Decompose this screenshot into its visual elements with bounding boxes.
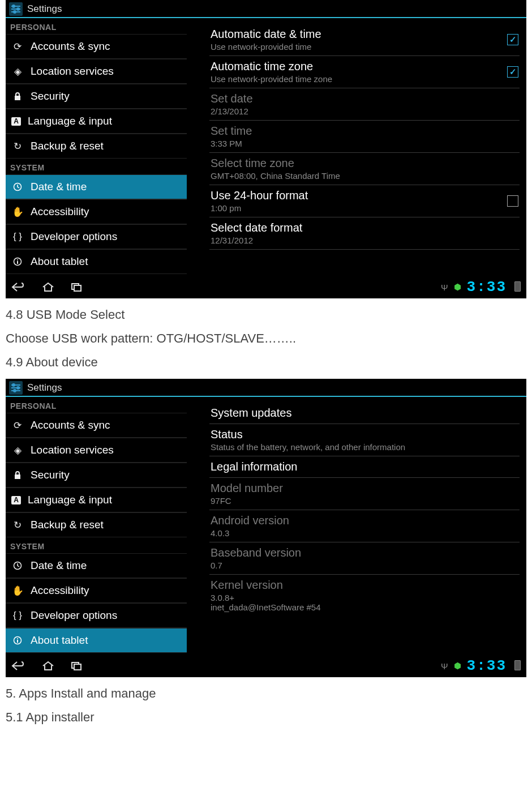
sidebar-item-location[interactable]: ◈ Location services [6, 59, 187, 84]
section-header-system: SYSTEM [6, 537, 187, 553]
row-automatic-date-time[interactable]: Automatic date & time Use network-provid… [209, 24, 520, 56]
backup-icon: ↻ [11, 519, 24, 531]
hand-icon: ✋ [11, 206, 24, 218]
row-model-number: Model number 97FC [209, 478, 520, 510]
svg-point-5 [14, 11, 16, 13]
status-clock: 3:33 [467, 657, 507, 674]
row-subtitle: Use network-provided time zone [211, 74, 332, 84]
sync-icon: ⟳ [11, 41, 24, 53]
svg-point-3 [12, 5, 15, 7]
row-system-updates[interactable]: System updates [209, 403, 520, 424]
row-legal-information[interactable]: Legal information [209, 456, 520, 478]
detail-pane: Automatic date & time Use network-provid… [187, 18, 526, 274]
detail-pane: System updates Status Status of the batt… [187, 397, 526, 653]
sidebar-item-accounts[interactable]: ⟳ Accounts & sync [6, 34, 187, 59]
sidebar-item-security[interactable]: Security [6, 463, 187, 488]
sidebar-item-about[interactable]: About tablet [6, 628, 187, 653]
row-subtitle: 1:00 pm [211, 203, 308, 213]
sidebar-item-accessibility[interactable]: ✋ Accessibility [6, 199, 187, 224]
row-subtitle: GMT+08:00, China Standard Time [211, 171, 518, 181]
heading-4-8: 4.8 USB Mode Select [6, 307, 526, 322]
back-button[interactable] [11, 282, 26, 292]
section-header-personal: PERSONAL [6, 397, 187, 413]
row-title: Set date [211, 92, 518, 105]
system-nav-bar: Ψ ⬢ 3:33 [6, 653, 526, 677]
sidebar-item-developer[interactable]: { } Developer options [6, 224, 187, 249]
row-status[interactable]: Status Status of the battery, network, a… [209, 424, 520, 456]
sidebar-item-label: Accounts & sync [31, 419, 110, 431]
settings-app-icon [9, 381, 23, 395]
row-title: System updates [211, 407, 518, 420]
sidebar-item-label: Backup & reset [31, 140, 104, 152]
sidebar-item-backup[interactable]: ↻ Backup & reset [6, 512, 187, 537]
sidebar-item-datetime[interactable]: Date & time [6, 174, 187, 199]
sidebar-item-label: About tablet [31, 634, 88, 647]
svg-rect-11 [74, 285, 81, 291]
row-subtitle: 97FC [211, 496, 518, 506]
sidebar-item-location[interactable]: ◈ Location services [6, 438, 187, 463]
row-title: Use 24-hour format [211, 189, 308, 202]
row-select-time-zone: Select time zone GMT+08:00, China Standa… [209, 153, 520, 185]
row-kernel-version: Kernel version 3.0.8+ inet_dada@InetSoft… [209, 575, 520, 616]
sync-icon: ⟳ [11, 420, 24, 431]
usb-icon: Ψ [441, 283, 448, 292]
checkbox-24h[interactable]: ✓ [507, 195, 518, 207]
battery-icon [512, 281, 521, 293]
sidebar-item-accounts[interactable]: ⟳ Accounts & sync [6, 413, 187, 438]
sidebar-item-label: Location services [31, 444, 114, 456]
sidebar-item-label: Accounts & sync [31, 40, 110, 53]
braces-icon: { } [11, 610, 24, 621]
sidebar-item-accessibility[interactable]: ✋ Accessibility [6, 578, 187, 603]
row-subtitle: 3.0.8+ inet_dada@InetSoftware #54 [211, 593, 518, 612]
home-button[interactable] [42, 661, 54, 671]
sidebar-item-about[interactable]: About tablet [6, 249, 187, 274]
svg-rect-21 [17, 640, 18, 643]
language-icon: A [11, 117, 21, 126]
sidebar-item-label: Security [31, 469, 70, 481]
sidebar-item-language[interactable]: A Language & input [6, 109, 187, 134]
row-use-24-hour[interactable]: Use 24-hour format 1:00 pm ✓ [209, 185, 520, 217]
row-title: Baseband version [211, 546, 518, 559]
back-button[interactable] [11, 661, 26, 671]
screenshot-about-tablet: Settings PERSONAL ⟳ Accounts & sync ◈ Lo… [6, 379, 526, 677]
debug-icon: ⬢ [454, 282, 461, 292]
svg-point-20 [17, 638, 18, 639]
row-subtitle: 2/13/2012 [211, 106, 518, 116]
language-icon: A [11, 496, 21, 504]
app-title-bar: Settings [6, 0, 526, 17]
sidebar-item-label: Language & input [28, 494, 112, 506]
checkbox-auto-datetime[interactable]: ✓ [507, 34, 518, 45]
lock-icon [11, 471, 24, 480]
sidebar-item-datetime[interactable]: Date & time [6, 553, 187, 578]
row-title: Status [211, 428, 518, 441]
recent-apps-button[interactable] [70, 661, 83, 671]
svg-rect-23 [74, 664, 81, 670]
row-select-date-format[interactable]: Select date format 12/31/2012 [209, 217, 520, 250]
sidebar-item-language[interactable]: A Language & input [6, 488, 187, 512]
heading-5: 5. Apps Install and manage [6, 686, 526, 701]
row-subtitle: 4.0.3 [211, 528, 518, 538]
debug-icon: ⬢ [454, 661, 461, 671]
row-set-time: Set time 3:33 PM [209, 121, 520, 153]
settings-app-icon [9, 2, 23, 16]
sidebar-item-label: Backup & reset [31, 519, 104, 531]
hand-icon: ✋ [11, 585, 24, 597]
screenshot-date-time: Settings PERSONAL ⟳ Accounts & sync ◈ Lo… [6, 0, 526, 298]
system-nav-bar: Ψ ⬢ 3:33 [6, 274, 526, 298]
row-title: Automatic time zone [211, 60, 332, 73]
sidebar-item-label: Date & time [31, 181, 87, 193]
sidebar-item-developer[interactable]: { } Developer options [6, 603, 187, 628]
sidebar-item-label: About tablet [31, 255, 88, 268]
sidebar-item-backup[interactable]: ↻ Backup & reset [6, 134, 187, 159]
settings-sidebar: PERSONAL ⟳ Accounts & sync ◈ Location se… [6, 18, 187, 274]
body-4-8: Choose USB work pattern: OTG/HOST/SLAVE…… [6, 331, 526, 346]
home-button[interactable] [42, 282, 54, 292]
clock-icon [11, 182, 24, 191]
recent-apps-button[interactable] [70, 282, 83, 292]
status-clock: 3:33 [467, 279, 507, 296]
row-automatic-time-zone[interactable]: Automatic time zone Use network-provided… [209, 56, 520, 88]
sidebar-item-security[interactable]: Security [6, 84, 187, 109]
sidebar-item-label: Accessibility [31, 584, 89, 597]
checkbox-auto-timezone[interactable]: ✓ [507, 66, 518, 78]
app-title: Settings [27, 3, 62, 15]
